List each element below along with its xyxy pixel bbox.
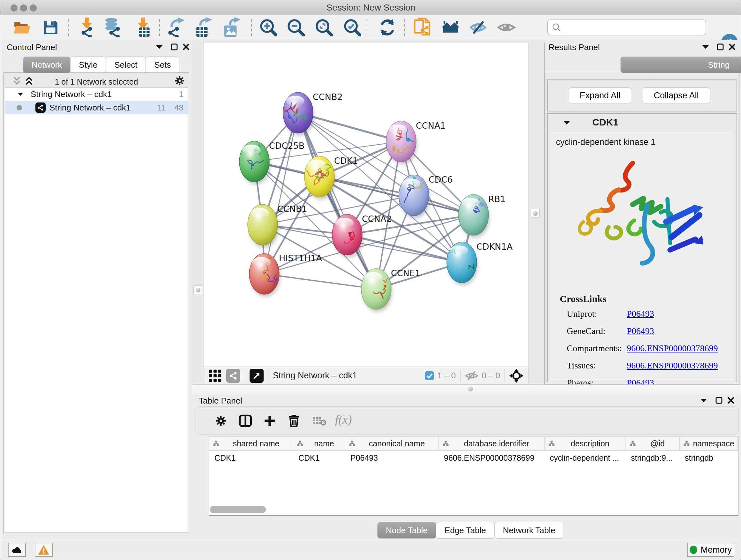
column-header-name[interactable]: name <box>293 436 345 450</box>
selected-checkbox-icon[interactable] <box>425 371 434 380</box>
eye-button[interactable] <box>497 19 516 36</box>
cloud-status-button[interactable] <box>8 543 26 557</box>
network-graph[interactable]: CCNB2CCNA1CDC25BCDK1CDC6RB1CCNB1CCNA2CDK… <box>204 43 529 367</box>
results-panel-float-button[interactable] <box>702 44 710 50</box>
crosslink-link[interactable]: 9606.ENSP00000378699 <box>627 361 718 371</box>
control-panel-maximize-button[interactable] <box>171 43 178 51</box>
table-horizontal-scrollbar[interactable] <box>210 506 738 514</box>
save-session-button[interactable] <box>43 19 59 36</box>
birds-eye-view-button[interactable] <box>509 369 523 383</box>
apply-layout-button[interactable] <box>379 18 396 37</box>
tab-string[interactable]: String <box>620 57 741 73</box>
warnings-button[interactable] <box>35 543 53 557</box>
crosslink-link[interactable]: P06493 <box>627 309 654 319</box>
column-header-shared-name[interactable]: shared name <box>209 436 293 450</box>
crosslinks-title: CrossLinks <box>560 294 734 304</box>
gene-collapse-button[interactable] <box>563 120 570 125</box>
tab-style[interactable]: Style <box>70 57 106 73</box>
delete-table-button[interactable] <box>312 415 327 426</box>
network-edge-CCNB2-HIST1H1A[interactable] <box>264 113 298 274</box>
cell-@id[interactable]: stringdb:9... <box>626 453 680 462</box>
scrollbar-thumb[interactable] <box>210 506 266 513</box>
search-input[interactable] <box>561 22 702 33</box>
node-table[interactable]: shared namenamecanonical namedatabase id… <box>209 436 738 516</box>
table-options-button[interactable] <box>215 415 227 427</box>
horizontal-split-divider[interactable] <box>192 384 741 395</box>
network-node-CDC25B[interactable]: CDC25B <box>239 141 305 185</box>
import-network-database-button[interactable] <box>104 17 123 37</box>
expand-all-button[interactable]: Expand All <box>569 87 631 104</box>
cell-name[interactable]: CDK1 <box>293 453 345 462</box>
network-node-RB1[interactable]: RB1 <box>459 194 506 238</box>
column-header-canonical-name[interactable]: canonical name <box>345 436 439 450</box>
network-share-view-button[interactable] <box>226 369 240 383</box>
copy-document-button[interactable] <box>413 17 431 37</box>
tab-select[interactable]: Select <box>106 57 146 73</box>
control-panel-float-button[interactable] <box>155 44 163 50</box>
tree-expand-caret-icon[interactable] <box>17 92 23 97</box>
collapse-all-button[interactable]: Collapse All <box>642 87 711 104</box>
control-panel-close-button[interactable] <box>182 43 190 51</box>
show-graphics-details-button[interactable] <box>469 19 488 36</box>
network-row[interactable]: String Network – cdk11148 <box>5 101 188 114</box>
network-node-CDC6[interactable]: CDC6 <box>399 171 453 219</box>
tab-node-table[interactable]: Node Table <box>377 522 436 539</box>
right-split-handle[interactable] <box>531 209 540 218</box>
network-node-CCNB2[interactable]: CCNB2 <box>283 92 343 136</box>
crosslink-link[interactable]: 9606.ENSP00000378699 <box>627 343 718 354</box>
import-network-file-button[interactable] <box>78 17 96 37</box>
column-header-@id[interactable]: @id <box>626 436 680 450</box>
network-collection-row[interactable]: String Network – cdk11 <box>5 87 188 101</box>
table-panel-float-button[interactable] <box>700 398 708 403</box>
network-node-CCNE1[interactable]: CCNE1 <box>361 263 420 312</box>
tab-network-table[interactable]: Network Table <box>494 522 564 539</box>
export-table-button[interactable] <box>195 17 212 37</box>
cell-canonical-name[interactable]: P06493 <box>345 453 439 462</box>
column-header-description[interactable]: description <box>545 436 626 450</box>
delete-column-button[interactable] <box>287 414 300 428</box>
left-split-divider[interactable] <box>192 43 204 384</box>
zoom-fit-content-button[interactable] <box>315 18 333 37</box>
cell-shared-name[interactable]: CDK1 <box>209 453 293 462</box>
crosslink-link[interactable]: P06493 <box>627 326 654 336</box>
grid-view-button[interactable] <box>208 369 222 382</box>
cell-description[interactable]: cyclin-dependent ... <box>545 453 626 462</box>
results-panel-close-button[interactable] <box>728 43 736 51</box>
tab-network[interactable]: Network <box>23 57 71 73</box>
network-node-CDKN1A[interactable]: CDKN1A <box>443 242 513 286</box>
search-box[interactable] <box>547 19 706 36</box>
function-builder-button[interactable]: f(x) <box>335 420 352 422</box>
export-image-button[interactable] <box>223 17 241 37</box>
table-panel-maximize-button[interactable] <box>715 396 723 404</box>
results-panel-maximize-button[interactable] <box>717 43 724 51</box>
network-canvas[interactable]: CCNB2CCNA1CDC25BCDK1CDC6RB1CCNB1CCNA2CDK… <box>204 43 529 367</box>
table-row[interactable]: CDK1CDK1P064939606.ENSP00000378699cyclin… <box>209 451 738 464</box>
right-split-divider[interactable] <box>529 43 545 384</box>
home-button[interactable] <box>441 19 460 36</box>
column-header-database-identifier[interactable]: database identifier <box>439 436 545 450</box>
cell-namespace[interactable]: stringdb <box>680 453 738 462</box>
open-in-new-window-button[interactable] <box>250 369 264 383</box>
zoom-out-button[interactable] <box>287 18 305 37</box>
zoom-in-button[interactable] <box>259 18 277 37</box>
network-edge-HIST1H1A-CCNE1[interactable] <box>264 274 376 289</box>
left-split-handle[interactable] <box>193 286 202 294</box>
network-node-CCNB1[interactable]: CCNB1 <box>248 204 307 248</box>
memory-status-button[interactable]: Memory <box>687 543 734 557</box>
tab-sets[interactable]: Sets <box>145 57 179 73</box>
network-panel-options-button[interactable] <box>174 75 185 86</box>
show-columns-button[interactable] <box>239 414 252 428</box>
table-panel-close-button[interactable] <box>727 396 735 404</box>
network-node-CDK1[interactable]: CDK1 <box>305 156 358 199</box>
cell-database-identifier[interactable]: 9606.ENSP00000378699 <box>439 453 545 462</box>
import-table-file-button[interactable] <box>134 17 152 37</box>
add-column-button[interactable] <box>263 415 276 427</box>
network-node-CCNA1[interactable]: CCNA1 <box>386 121 446 165</box>
tab-edge-table[interactable]: Edge Table <box>436 522 495 539</box>
column-header-namespace[interactable]: namespace <box>680 436 738 450</box>
network-node-HIST1H1A[interactable]: HIST1H1A <box>249 253 322 297</box>
export-network-button[interactable] <box>167 17 185 37</box>
zoom-selected-button[interactable] <box>343 18 361 37</box>
open-session-button[interactable] <box>13 19 31 36</box>
horizontal-split-handle[interactable] <box>468 387 473 391</box>
